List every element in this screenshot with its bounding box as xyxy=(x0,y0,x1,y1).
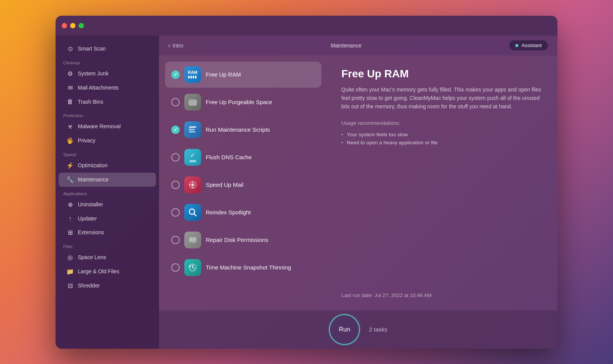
sidebar-item-large-old-files[interactable]: 📁 Large & Old Files xyxy=(59,264,156,279)
task-checkbox-purgeable[interactable] xyxy=(171,98,180,106)
split-content: RAM Free Up RAM xyxy=(159,55,557,310)
sidebar-item-maintenance[interactable]: 🔧 Maintenance xyxy=(59,173,156,187)
task-icon-ram: RAM xyxy=(184,66,201,83)
assistant-label: Assistant xyxy=(521,42,542,48)
sidebar-item-label: Extensions xyxy=(78,229,104,235)
task-item-repair-disk[interactable]: Repair Disk Permissions xyxy=(165,227,321,253)
space-lens-icon: ◎ xyxy=(66,254,74,261)
task-label-timemachine: Time Machine Snapshot Thinning xyxy=(206,264,291,271)
svg-rect-10 xyxy=(189,129,195,130)
svg-line-20 xyxy=(194,214,196,216)
section-label-protection: Protection xyxy=(56,109,159,119)
sidebar-item-system-junk[interactable]: ⚙ System Junk xyxy=(59,67,156,81)
title-bar xyxy=(56,16,557,36)
svg-point-15 xyxy=(192,184,193,186)
task-icon-spotlight xyxy=(184,204,201,221)
maximize-button[interactable] xyxy=(79,23,84,28)
extensions-icon: ⊞ xyxy=(66,229,74,236)
detail-description: Quite often your Mac's memory gets fully… xyxy=(341,85,544,111)
task-checkbox-mail[interactable] xyxy=(171,181,180,189)
svg-rect-11 xyxy=(189,131,195,132)
svg-point-23 xyxy=(190,241,192,243)
run-button[interactable]: Run xyxy=(329,314,360,345)
task-icon-timemachine xyxy=(184,259,201,276)
sidebar-item-label: Space Lens xyxy=(78,254,106,260)
sidebar-item-label: Mail Attachments xyxy=(78,85,119,91)
sidebar: ⊙ Smart Scan Cleanup ⚙ System Junk ✉ Mai… xyxy=(56,36,159,349)
sidebar-item-uninstaller[interactable]: ⊗ Uninstaller xyxy=(59,198,156,212)
task-label-purgeable: Free Up Purgeable Space xyxy=(206,99,272,105)
sidebar-item-optimization[interactable]: ⚡ Optimization xyxy=(59,158,156,173)
section-label-speed: Speed xyxy=(56,148,159,158)
svg-rect-3 xyxy=(195,76,197,78)
task-label-ram: Free Up RAM xyxy=(206,71,241,78)
sidebar-item-smart-scan[interactable]: ⊙ Smart Scan xyxy=(59,42,156,56)
svg-rect-12 xyxy=(189,127,190,132)
task-checkbox-disk[interactable] xyxy=(171,236,180,244)
usage-heading: Usage recommendations: xyxy=(341,120,544,126)
sidebar-item-malware-removal[interactable]: ☣ Malware Removal xyxy=(59,119,156,134)
sidebar-item-privacy[interactable]: 🖐 Privacy xyxy=(59,134,156,148)
optimization-icon: ⚡ xyxy=(66,162,74,169)
smart-scan-icon: ⊙ xyxy=(66,45,74,52)
section-label-files: Files xyxy=(56,240,159,250)
main-panel: ‹ Intro Maintenance Assistant xyxy=(159,36,557,349)
sidebar-item-label: Optimization xyxy=(78,162,108,168)
sidebar-item-trash-bins[interactable]: 🗑 Trash Bins xyxy=(59,95,156,109)
svg-rect-5 xyxy=(190,99,193,101)
minimize-button[interactable] xyxy=(70,23,75,28)
task-icon-disk xyxy=(184,232,201,248)
close-button[interactable] xyxy=(62,23,67,28)
section-label-applications: Applications xyxy=(56,187,159,198)
ram-icon-inner: RAM xyxy=(187,70,198,79)
malware-icon: ☣ xyxy=(66,123,74,130)
detail-panel: Free Up RAM Quite often your Mac's memor… xyxy=(328,55,557,310)
page-title: Maintenance xyxy=(331,42,361,49)
task-checkbox-scripts[interactable] xyxy=(171,126,180,134)
svg-rect-24 xyxy=(194,241,195,242)
svg-rect-0 xyxy=(188,76,190,78)
trash-icon: 🗑 xyxy=(66,98,74,105)
sidebar-item-label: Smart Scan xyxy=(78,46,106,52)
task-icon-mail xyxy=(184,176,201,193)
usage-item-2: Need to open a heavy application or file xyxy=(341,139,544,147)
task-checkbox-spotlight[interactable] xyxy=(171,208,180,217)
content-area: ⊙ Smart Scan Cleanup ⚙ System Junk ✉ Mai… xyxy=(56,36,557,349)
task-item-purgeable[interactable]: Free Up Purgeable Space xyxy=(165,89,321,115)
sidebar-item-shredder[interactable]: ⊟ Shredder xyxy=(59,279,156,293)
sidebar-item-space-lens[interactable]: ◎ Space Lens xyxy=(59,250,156,264)
task-checkbox-dns[interactable] xyxy=(171,153,180,162)
task-item-time-machine[interactable]: Time Machine Snapshot Thinning xyxy=(165,255,321,281)
assistant-button[interactable]: Assistant xyxy=(509,40,548,51)
task-item-speed-up-mail[interactable]: Speed Up Mail xyxy=(165,172,321,198)
task-item-maintenance-scripts[interactable]: Run Maintenance Scripts xyxy=(165,117,321,143)
privacy-icon: 🖐 xyxy=(66,137,74,144)
task-item-reindex-spotlight[interactable]: Reindex Spotlight xyxy=(165,199,321,225)
task-label-dns: Flush DNS Cache xyxy=(206,154,252,160)
sidebar-item-updater[interactable]: ↑ Updater xyxy=(59,212,156,225)
svg-rect-1 xyxy=(190,76,192,78)
sidebar-item-mail-attachments[interactable]: ✉ Mail Attachments xyxy=(59,81,156,95)
sidebar-item-extensions[interactable]: ⊞ Extensions xyxy=(59,225,156,240)
updater-icon: ↑ xyxy=(66,215,74,222)
task-label-spotlight: Reindex Spotlight xyxy=(206,209,251,215)
back-nav[interactable]: ‹ Intro xyxy=(168,42,183,49)
sidebar-item-label: Updater xyxy=(78,215,97,222)
sidebar-item-label: Malware Removal xyxy=(78,123,121,129)
task-label-mail: Speed Up Mail xyxy=(206,181,243,188)
task-checkbox-ram[interactable] xyxy=(171,70,180,79)
last-run-date: Last run date: Jul 27, 2022 at 10:46 AM xyxy=(341,285,544,298)
task-item-free-up-ram[interactable]: RAM Free Up RAM xyxy=(165,62,321,88)
uninstaller-icon: ⊗ xyxy=(66,201,74,208)
app-window: ⊙ Smart Scan Cleanup ⚙ System Junk ✉ Mai… xyxy=(56,16,557,349)
svg-rect-9 xyxy=(189,126,196,128)
back-nav-label: Intro xyxy=(172,42,183,49)
task-icon-purgeable xyxy=(184,94,201,111)
sidebar-item-label: Uninstaller xyxy=(78,201,103,207)
task-checkbox-timemachine[interactable] xyxy=(171,263,180,272)
sidebar-item-label: Privacy xyxy=(78,137,95,144)
system-junk-icon: ⚙ xyxy=(66,70,74,77)
sidebar-item-label: Maintenance xyxy=(78,176,108,183)
tasks-panel: RAM Free Up RAM xyxy=(159,55,328,310)
task-item-flush-dns[interactable]: ✓ DNS Flush DNS Cache xyxy=(165,144,321,170)
